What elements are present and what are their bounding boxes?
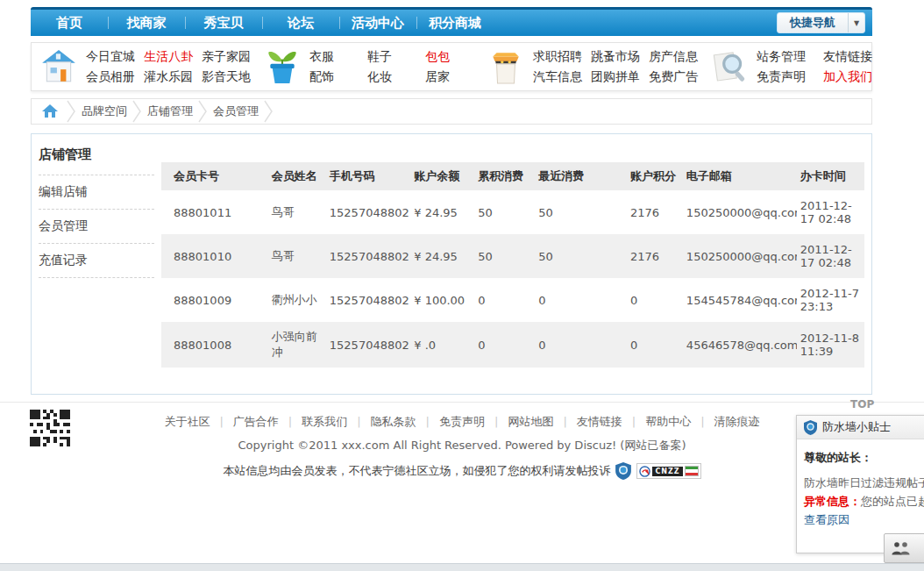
box-icon	[487, 48, 524, 85]
category-link[interactable]: 免费广告	[649, 69, 707, 85]
breadcrumb-shop-management[interactable]: 店铺管理	[147, 103, 193, 119]
footer-link-clear-trace[interactable]: 清除痕迹	[714, 415, 760, 428]
nav-item-show-items[interactable]: 秀宝贝	[185, 10, 262, 36]
cell-name: 鸟哥	[268, 234, 326, 278]
nav-item-activity-center[interactable]: 活动中心	[339, 10, 416, 36]
footer-link-about[interactable]: 关于社区	[164, 415, 232, 428]
home-icon[interactable]	[42, 104, 58, 118]
footer-link-sitemap[interactable]: 网站地图	[508, 415, 576, 428]
footer-link-ads[interactable]: 广告合作	[233, 415, 302, 428]
shield-icon	[804, 420, 817, 435]
footer-link-friends[interactable]: 友情链接	[577, 415, 645, 428]
online-members-button[interactable]	[884, 533, 924, 563]
category-link[interactable]: 团购拼单	[591, 69, 649, 85]
member-table-panel: 会员卡号 会员姓名 手机号码 账户余额 累积消费 最近消费 账户积分 电子邮箱 …	[161, 134, 871, 394]
popup-greeting: 尊敬的站长：	[804, 448, 924, 467]
category-link[interactable]: 生活八卦	[144, 49, 202, 65]
category-link[interactable]: 包包	[425, 49, 483, 65]
back-to-top-link[interactable]: TOP	[850, 398, 874, 410]
category-link[interactable]: 会员相册	[86, 69, 144, 85]
popup-alert-line: 异常信息：您的站点已超	[804, 492, 924, 510]
member-table: 会员卡号 会员姓名 手机号码 账户余额 累积消费 最近消费 账户积分 电子邮箱 …	[161, 162, 864, 368]
quick-nav-button[interactable]: 快捷导航 ▼	[777, 12, 865, 33]
breadcrumb-separator-icon	[67, 100, 76, 123]
footer-link-disclaimer[interactable]: 免责声明	[439, 415, 508, 428]
breadcrumb-brand-space[interactable]: 品牌空间	[82, 103, 127, 119]
category-link[interactable]: 免责声明	[757, 69, 823, 85]
nav-item-find-merchants[interactable]: 找商家	[108, 10, 185, 36]
nav-item-forum[interactable]: 论坛	[262, 10, 339, 36]
table-row: 88801010 鸟哥 15257048802 ¥ 24.95 50 50 21…	[161, 234, 864, 278]
cell-recent-spend: 50	[535, 234, 627, 278]
top-nav: 首页 找商家 秀宝贝 论坛 活动中心 积分商城 快捷导航 ▼	[31, 7, 872, 36]
cell-points: 2176	[627, 234, 683, 278]
view-reason-link[interactable]: 查看原因	[804, 510, 924, 529]
breadcrumb-member-management[interactable]: 会员管理	[213, 103, 259, 119]
breadcrumb: 品牌空间 店铺管理 会员管理	[31, 98, 872, 125]
cell-card-no: 88801008	[161, 322, 268, 368]
breadcrumb-separator-icon	[198, 100, 208, 123]
category-link[interactable]: 居家	[425, 69, 483, 85]
footer-note-row: 本站信息均由会员发表，不代表宁德社区立场，如侵犯了您的权利请发帖投诉 CNZZ	[0, 462, 924, 480]
plant-pot-icon	[264, 48, 301, 85]
sidebar-item-recharge-records[interactable]: 充值记录	[39, 244, 154, 278]
footer-link-contact[interactable]: 联系我们	[302, 415, 370, 428]
category-link[interactable]: 影音天地	[202, 69, 259, 85]
alert-label: 异常信息：	[804, 495, 861, 508]
cell-card-date: 2011-12-17 02:48	[797, 234, 864, 278]
category-link[interactable]: 房产信息	[649, 49, 707, 65]
footer-link-privacy[interactable]: 隐私条款	[371, 415, 439, 428]
cell-phone: 15257048802	[326, 322, 410, 368]
cell-points: 0	[627, 278, 683, 322]
security-shield-icon[interactable]	[615, 462, 631, 480]
cell-card-no: 88801010	[161, 234, 268, 278]
cell-total-spend: 50	[474, 190, 535, 234]
category-bar: 今日宜城 生活八卦 亲子家园 会员相册 灌水乐园 影音天地 衣服 鞋子 包包 配…	[31, 42, 872, 91]
shop-sidebar: 店铺管理 编辑店铺 会员管理 充值记录	[32, 134, 161, 394]
col-header-points: 账户积分	[627, 162, 683, 190]
footer-link-help[interactable]: 帮助中心	[645, 415, 714, 428]
sidebar-item-member-management[interactable]: 会员管理	[39, 210, 154, 244]
cell-balance: ¥ 24.95	[410, 234, 474, 278]
cell-name: 衢州小小	[268, 278, 326, 322]
col-header-card-no: 会员卡号	[161, 162, 268, 190]
popup-header: 防水墙小贴士	[797, 416, 924, 439]
category-link[interactable]: 鞋子	[367, 49, 425, 65]
category-link[interactable]: 亲子家园	[202, 49, 259, 65]
category-link[interactable]: 今日宜城	[86, 49, 144, 65]
breadcrumb-separator-icon	[132, 100, 142, 123]
cell-recent-spend: 50	[535, 190, 627, 234]
cell-phone: 15257048802	[326, 234, 410, 278]
popup-message: 防水墙昨日过滤违规帖子	[804, 474, 924, 492]
nav-item-home[interactable]: 首页	[31, 10, 108, 36]
flag-icon	[685, 466, 699, 476]
qr-code	[29, 410, 71, 446]
category-link[interactable]: 友情链接	[823, 49, 890, 65]
category-link[interactable]: 衣服	[309, 49, 367, 65]
popup-body: 尊敬的站长： 防水墙昨日过滤违规帖子 异常信息：您的站点已超 查看原因	[797, 439, 924, 538]
footer-note-text: 本站信息均由会员发表，不代表宁德社区立场，如侵犯了您的权利请发帖投诉	[223, 463, 610, 479]
category-link[interactable]: 求职招聘	[533, 49, 591, 65]
breadcrumb-separator-icon	[264, 100, 274, 123]
cell-total-spend: 0	[474, 322, 535, 368]
category-link[interactable]: 配饰	[309, 69, 367, 85]
cell-balance: ¥ .0	[410, 322, 474, 368]
bottom-bar	[0, 563, 924, 571]
chevron-down-icon[interactable]: ▼	[848, 13, 864, 32]
category-link[interactable]: 跳蚤市场	[591, 49, 649, 65]
category-link[interactable]: 汽车信息	[533, 69, 591, 85]
nav-item-points-mall[interactable]: 积分商城	[416, 10, 494, 36]
category-group-community: 今日宜城 生活八卦 亲子家园 会员相册 灌水乐园 影音天地	[32, 48, 255, 85]
footer-links: 关于社区广告合作联系我们隐私条款免责声明网站地图友情链接帮助中心清除痕迹	[0, 414, 924, 430]
cell-points: 2176	[627, 190, 683, 234]
category-link[interactable]: 化妆	[367, 69, 425, 85]
cell-email: 154545784@qq.com	[683, 278, 797, 322]
cell-name: 鸟哥	[268, 190, 326, 234]
cnzz-stats-badge[interactable]: CNZZ	[636, 463, 700, 479]
category-link[interactable]: 加入我们	[823, 69, 890, 85]
sidebar-item-edit-shop[interactable]: 编辑店铺	[39, 175, 154, 210]
people-icon	[892, 542, 911, 555]
category-link[interactable]: 灌水乐园	[144, 69, 202, 85]
category-group-site: 站务管理 友情链接 免责声明 加入我们	[702, 48, 878, 85]
category-link[interactable]: 站务管理	[757, 49, 823, 65]
